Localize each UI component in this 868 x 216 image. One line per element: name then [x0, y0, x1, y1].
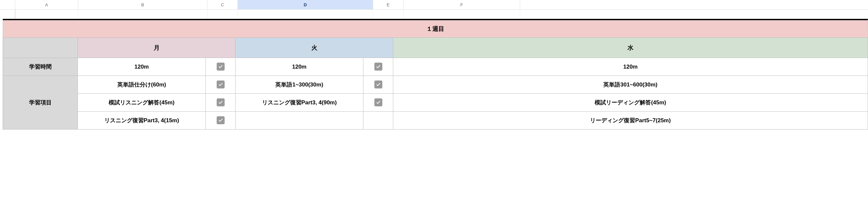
study-schedule-table: 月 火 水 学習時間 120m 120m 120m 学習項目 英単語仕分け(60… — [3, 37, 868, 129]
column-header-row: A B C D E F — [0, 0, 868, 10]
row-number-1[interactable] — [0, 10, 15, 19]
study-item-row-1: 学習項目 英単語仕分け(60m) 英単語1~300(30m) 英単語301~60… — [3, 76, 868, 94]
checkbox-icon[interactable] — [374, 81, 382, 88]
corner-cell[interactable] — [0, 0, 15, 9]
column-header-b[interactable]: B — [78, 0, 207, 9]
blank-header[interactable] — [3, 38, 78, 58]
item-wed-2[interactable]: 模試リーディング解答(45m) — [393, 94, 868, 112]
check-tue-1[interactable] — [364, 76, 393, 94]
check-time-mon[interactable] — [206, 58, 236, 76]
column-header-a[interactable]: A — [15, 0, 78, 9]
column-header-e[interactable]: E — [373, 0, 404, 9]
item-mon-1[interactable]: 英単語仕分け(60m) — [78, 76, 206, 94]
cell-c1[interactable] — [207, 10, 238, 19]
study-time-tue[interactable]: 120m — [236, 58, 364, 76]
checkbox-icon[interactable] — [217, 98, 225, 106]
study-item-row-3: リスニング復習Part3, 4(15m) リーディング復習Part5~7(25m… — [3, 112, 868, 129]
item-mon-2[interactable]: 模試リスニング解答(45m) — [78, 94, 206, 112]
check-mon-1[interactable] — [206, 76, 236, 94]
column-header-d[interactable]: D — [238, 0, 373, 9]
study-item-row-2: 模試リスニング解答(45m) リスニング復習Part3, 4(90m) 模試リー… — [3, 94, 868, 112]
cell-b1[interactable] — [78, 10, 207, 19]
cell-a1[interactable] — [15, 10, 78, 19]
check-tue-2[interactable] — [364, 94, 393, 112]
checkbox-icon[interactable] — [374, 63, 382, 70]
checkbox-icon[interactable] — [217, 63, 225, 70]
item-tue-1[interactable]: 英単語1~300(30m) — [236, 76, 364, 94]
item-tue-3[interactable] — [236, 112, 364, 129]
checkbox-icon[interactable] — [374, 98, 382, 106]
study-time-wed[interactable]: 120m — [393, 58, 868, 76]
check-time-tue[interactable] — [364, 58, 393, 76]
study-time-row: 学習時間 120m 120m 120m — [3, 58, 868, 76]
item-mon-3[interactable]: リスニング復習Part3, 4(15m) — [78, 112, 206, 129]
column-header-f[interactable]: F — [404, 0, 520, 9]
day-header-row: 月 火 水 — [3, 38, 868, 58]
item-wed-3[interactable]: リーディング復習Part5~7(25m) — [393, 112, 868, 129]
cell-e1[interactable] — [373, 10, 404, 19]
checkbox-icon[interactable] — [217, 81, 225, 88]
cell-f1[interactable] — [404, 10, 520, 19]
check-mon-2[interactable] — [206, 94, 236, 112]
study-items-label[interactable]: 学習項目 — [3, 76, 78, 129]
item-wed-1[interactable]: 英単語301~600(30m) — [393, 76, 868, 94]
item-tue-2[interactable]: リスニング復習Part3, 4(90m) — [236, 94, 364, 112]
check-mon-3[interactable] — [206, 112, 236, 129]
day-header-wed[interactable]: 水 — [393, 38, 868, 58]
row-1 — [0, 10, 868, 19]
cell-d1[interactable] — [238, 10, 373, 19]
day-header-mon[interactable]: 月 — [78, 38, 236, 58]
study-time-mon[interactable]: 120m — [78, 58, 206, 76]
study-time-label[interactable]: 学習時間 — [3, 58, 78, 76]
column-header-c[interactable]: C — [207, 0, 238, 9]
week-header[interactable]: １週目 — [3, 19, 868, 37]
day-header-tue[interactable]: 火 — [236, 38, 393, 58]
check-tue-3[interactable] — [364, 112, 393, 129]
checkbox-icon[interactable] — [217, 116, 225, 124]
